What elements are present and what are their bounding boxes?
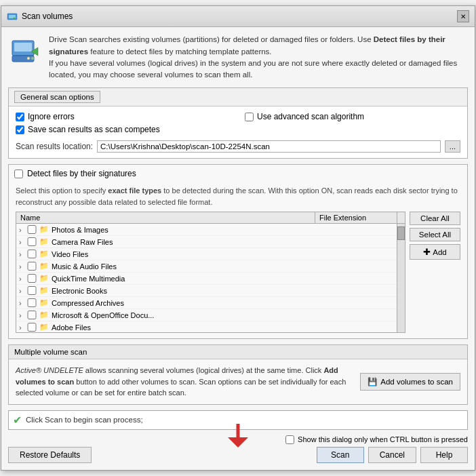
table-row[interactable]: › 📁 Photos & Images [16,224,397,236]
multiple-volume-description: Active® UNDELETE allows scanning several… [16,365,353,399]
row-checkbox[interactable] [27,274,37,283]
col-name: Name [16,212,315,223]
use-advanced-row: Use advanced scan algorithm [245,112,460,121]
table-row[interactable]: › 📁 Electronic Books [16,285,397,297]
add-volumes-label: Add volumes to scan [380,378,453,386]
options-col-right: Use advanced scan algorithm [245,112,460,138]
table-scrollbar[interactable] [397,224,405,332]
svg-point-7 [31,57,34,60]
table-row[interactable]: › 📁 QuickTime Multimedia [16,273,397,285]
browse-button[interactable]: ... [445,140,460,153]
row-checkbox[interactable] [27,298,37,307]
general-options-toggle[interactable]: General scan options [14,91,100,103]
folder-icon: 📁 [39,323,49,332]
footer-left: Restore Defaults [8,447,92,463]
footer-right: Scan Cancel Help [317,447,468,463]
ignore-errors-label: Ignore errors [28,112,75,121]
table-body[interactable]: › 📁 Photos & Images › 📁 Camera Raw Files… [16,224,397,332]
folder-icon: 📁 [39,311,49,319]
table-row[interactable]: › 📁 Adobe Files [16,321,397,332]
restore-defaults-button[interactable]: Restore Defaults [8,447,92,463]
header-text-sub: If you have several volumes (logical dri… [49,59,457,79]
row-name: Compressed Archives [52,299,394,307]
row-name: Microsoft & OpenOffice Docu... [52,311,394,319]
signatures-header: Detect files by their signatures [9,165,467,182]
row-checkbox[interactable] [27,262,37,271]
row-checkbox[interactable] [27,250,37,258]
general-options-content: Ignore errors Save scan results as scan … [9,106,467,158]
show-dialog-label: Show this dialog only when CTRL button i… [298,435,468,443]
row-checkbox[interactable] [27,311,37,319]
ignore-errors-row: Ignore errors [16,112,231,121]
svg-marker-10 [228,437,248,448]
row-expand-icon[interactable]: › [19,262,27,271]
save-results-label: Save scan results as scan competes [28,125,160,134]
ignore-errors-checkbox[interactable] [16,113,24,121]
multiple-volume-content: Active® UNDELETE allows scanning several… [9,359,467,404]
help-button[interactable]: Help [420,447,468,463]
multiple-volume-header: Multiple volume scan [9,345,467,359]
row-expand-icon[interactable]: › [19,226,27,234]
col-extension: File Extension [315,212,397,223]
scan-volumes-window: Scan volumes ✕ Drive Scan searches exist… [1,5,475,471]
cancel-button[interactable]: Cancel [368,447,416,463]
general-options-header: General scan options [9,88,467,106]
folder-icon: 📁 [39,286,49,295]
drive-icon-area [8,34,42,68]
close-button[interactable]: ✕ [457,10,469,22]
table-row[interactable]: › 📁 Microsoft & OpenOffice Docu... [16,309,397,321]
signatures-section: Detect files by their signatures Select … [8,164,468,339]
row-expand-icon[interactable]: › [19,299,27,307]
select-all-button[interactable]: Select All [410,228,460,241]
clear-all-button[interactable]: Clear All [410,212,460,225]
table-header: Name File Extension [16,212,405,224]
save-results-checkbox[interactable] [16,125,24,134]
row-name: Adobe Files [52,323,394,332]
scan-location-label: Scan results location: [16,142,93,151]
svg-point-2 [14,18,16,20]
row-name: QuickTime Multimedia [52,275,394,283]
general-options-section: General scan options Ignore errors Save … [8,87,468,159]
folder-icon: 📁 [39,298,49,307]
signatures-label: Detect files by their signatures [27,169,136,178]
row-name: Camera Raw Files [52,238,394,246]
row-expand-icon[interactable]: › [19,238,27,246]
scan-location-input[interactable] [97,140,441,153]
row-expand-icon[interactable]: › [19,323,27,332]
folder-icon: 📁 [39,262,49,271]
table-row[interactable]: › 📁 Music & Audio Files [16,260,397,273]
add-volumes-button[interactable]: 💾 Add volumes to scan [360,373,460,391]
row-name: Electronic Books [52,287,394,295]
status-checkmark-icon: ✔ [13,414,22,427]
table-row[interactable]: › 📁 Camera Raw Files [16,236,397,248]
folder-icon: 📁 [39,237,49,246]
row-checkbox[interactable] [27,323,37,332]
svg-rect-5 [12,56,34,62]
options-col-left: Ignore errors Save scan results as scan … [16,112,231,138]
use-advanced-checkbox[interactable] [245,113,254,121]
scan-button[interactable]: Scan [317,447,364,463]
add-volumes-icon: 💾 [368,377,377,386]
row-checkbox[interactable] [27,237,37,246]
add-label: Add [433,248,446,256]
show-dialog-checkbox[interactable] [285,435,294,444]
file-list-area: Name File Extension › 📁 Photos & Images … [9,212,467,338]
add-button[interactable]: ✚ Add [410,244,460,260]
header-description: Drive Scan searches existing volumes (pa… [49,34,468,81]
signatures-checkbox[interactable] [14,170,23,178]
row-checkbox[interactable] [27,286,37,295]
multiple-volume-section: Multiple volume scan Active® UNDELETE al… [8,344,468,405]
row-name: Video Files [52,250,394,258]
header-text-main: Drive Scan searches existing volumes (pa… [49,35,445,55]
row-expand-icon[interactable]: › [19,250,27,258]
table-row[interactable]: › 📁 Video Files [16,248,397,260]
table-row[interactable]: › 📁 Compressed Archives [16,297,397,309]
row-checkbox[interactable] [27,225,37,234]
folder-icon: 📁 [39,225,49,234]
window-title: Scan volumes [22,12,73,21]
status-text: Click Scan to begin scan process; [26,416,143,424]
row-expand-icon[interactable]: › [19,275,27,283]
row-expand-icon[interactable]: › [19,287,27,295]
row-expand-icon[interactable]: › [19,311,27,319]
red-arrow-svg [221,424,255,448]
